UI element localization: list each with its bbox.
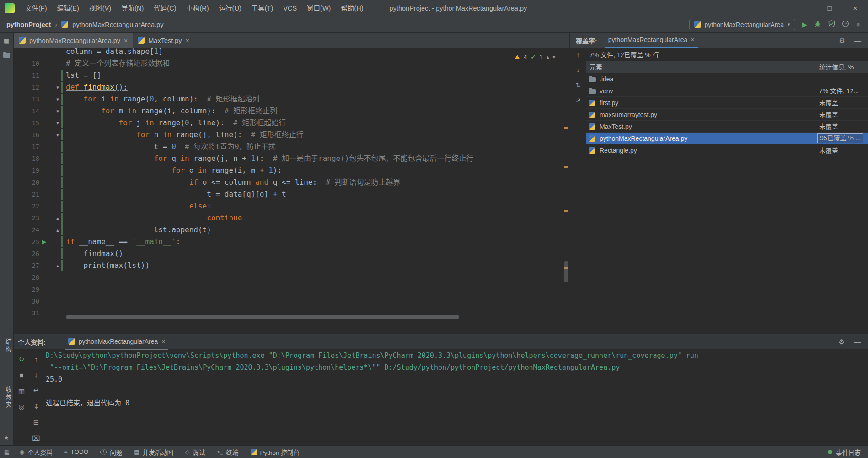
code-line[interactable]: column = data.shape[1] <box>14 48 562 58</box>
console-output[interactable]: D:\Study\python\pythonProject\venv\Scrip… <box>46 350 864 409</box>
scroll-to-end-icon[interactable]: ↧ <box>33 402 39 410</box>
status-bar-item[interactable]: ◉个人资料 <box>14 447 58 457</box>
code-line[interactable]: 29 <box>14 283 562 295</box>
maximize-window-icon[interactable]: □ <box>817 4 842 12</box>
code-line[interactable]: 30 <box>14 295 562 307</box>
next-problem-icon[interactable]: ▾ <box>552 54 555 60</box>
code-line[interactable]: 16▾ for n in range(j, line): # 矩形框终止行 <box>14 129 562 141</box>
rerun-icon[interactable]: ↻ <box>19 355 25 363</box>
code-line[interactable]: 22 else: <box>14 200 562 212</box>
fold-marker-icon[interactable]: ▾ <box>54 93 61 105</box>
code-editor[interactable]: column = data.shape[1]10# 定义一个列表存储矩形数据和1… <box>14 48 569 334</box>
tool-window-button[interactable]: 收藏夹 <box>3 386 12 409</box>
coverage-row[interactable]: venv7% 文件, 12... <box>586 85 868 97</box>
coverage-row[interactable]: Rectangle.py未覆盖 <box>586 144 868 156</box>
menu-item[interactable]: 重构(R) <box>181 0 214 16</box>
restore-layout-icon[interactable]: ▦ <box>18 387 25 395</box>
run-line-icon[interactable]: ▶ <box>42 236 46 248</box>
code-line[interactable]: 17 t = 0 # 每次将t置为0，防止干扰 <box>14 141 562 153</box>
up-stack-trace-icon[interactable]: ↑ <box>34 355 38 363</box>
gear-icon[interactable]: ⚙ <box>839 37 845 45</box>
run-with-coverage-button[interactable] <box>828 20 835 29</box>
close-window-icon[interactable]: × <box>842 4 868 12</box>
warning-mark[interactable] <box>564 127 568 129</box>
console-tab[interactable]: pythonMaxRectangularArea × <box>65 334 169 350</box>
breadcrumb-file[interactable]: pythonMaxRectangularArea.py <box>72 21 163 28</box>
code-line[interactable]: 10# 定义一个列表存储矩形数据和 <box>14 58 562 69</box>
tool-window-switcher-icon[interactable]: ▦ <box>0 448 14 455</box>
close-icon[interactable]: × <box>161 338 165 345</box>
fold-marker-icon[interactable]: ▾ <box>54 129 61 141</box>
close-icon[interactable]: × <box>124 37 128 44</box>
column-statistics[interactable]: 统计信息, % <box>819 61 854 73</box>
close-icon[interactable]: × <box>186 37 189 44</box>
menu-item[interactable]: 帮助(H) <box>336 0 368 16</box>
editor-tab[interactable]: MaxTest.py× <box>133 33 194 48</box>
menu-item[interactable]: 编辑(E) <box>52 0 84 16</box>
menu-item[interactable]: 工具(T) <box>246 0 279 16</box>
inspections-widget[interactable]: 4 ✔ 1 ▴ ▾ <box>511 52 558 62</box>
warning-mark[interactable] <box>564 210 568 212</box>
code-line[interactable]: 28 <box>14 272 562 283</box>
code-line[interactable]: 26 findmax() <box>14 248 562 260</box>
fold-marker-icon[interactable]: ▾ <box>54 81 61 93</box>
menu-item[interactable]: 导航(N) <box>116 0 149 16</box>
status-bar-item[interactable]: >_终端 <box>211 447 244 457</box>
code-line[interactable]: 25▶if __name__ == '__main__': <box>14 236 562 248</box>
windows-tool-icon[interactable]: ▦ <box>3 37 9 45</box>
status-bar-item[interactable]: !问题 <box>94 447 128 457</box>
coverage-row[interactable]: first.py未覆盖 <box>586 97 868 109</box>
favorites-star-icon[interactable]: ★ <box>4 434 9 441</box>
fold-marker-icon[interactable]: ▴ <box>54 260 61 272</box>
status-bar-item[interactable]: ≡TODO <box>58 447 94 457</box>
clear-all-icon[interactable]: ⌧ <box>32 434 40 442</box>
horizontal-scrollbar[interactable] <box>66 315 459 319</box>
run-button[interactable]: ▶ <box>802 21 808 29</box>
error-stripe[interactable] <box>563 48 569 334</box>
menu-item[interactable]: 视图(V) <box>84 0 116 16</box>
code-line[interactable]: 19 for o in range(i, m + 1): <box>14 165 562 176</box>
fold-marker-icon[interactable]: ▴ <box>54 224 61 236</box>
fold-marker-icon[interactable]: ▴ <box>54 212 61 224</box>
code-line[interactable]: 18 for q in range(j, n + 1): # 加一是由于rang… <box>14 153 562 165</box>
fold-marker-icon[interactable]: ▾ <box>54 105 61 117</box>
breadcrumb-project[interactable]: pythonProject <box>6 21 51 28</box>
profiler-button[interactable] <box>842 20 849 29</box>
event-log-button[interactable]: 事件日志 <box>828 447 868 457</box>
code-line[interactable]: 23▴ continue <box>14 212 562 224</box>
prev-problem-icon[interactable]: ▴ <box>547 54 549 60</box>
soft-wrap-icon[interactable]: ↵ <box>33 386 39 394</box>
menu-item[interactable]: 代码(C) <box>149 0 181 16</box>
prev-coverage-icon[interactable]: ↑ <box>577 51 580 59</box>
code-line[interactable]: 27▴ print(max(lst)) <box>14 260 562 272</box>
fold-marker-icon[interactable]: ▾ <box>54 117 61 129</box>
debug-button[interactable] <box>814 20 821 29</box>
coverage-row[interactable]: maxsumarraytest.py未覆盖 <box>586 109 868 121</box>
hide-panel-icon[interactable]: — <box>854 338 861 346</box>
project-tool-icon[interactable] <box>3 53 10 58</box>
code-line[interactable]: 11lst = [] <box>14 69 562 81</box>
stop-icon[interactable]: ■ <box>19 371 23 379</box>
code-line[interactable]: 13▾ for i in range(0, column): # 矩形框起始列 <box>14 93 562 105</box>
tool-window-button[interactable]: 结构 <box>3 338 12 353</box>
down-stack-trace-icon[interactable]: ↓ <box>34 371 38 378</box>
minimize-window-icon[interactable]: — <box>791 4 817 12</box>
code-line[interactable]: 21 t = data[q][o] + t <box>14 188 562 200</box>
coverage-row[interactable]: pythonMaxRectangularArea.py95已覆盖 % ... <box>586 133 868 144</box>
code-line[interactable]: 15▾ for j in range(0, line): # 矩形框起始行 <box>14 117 562 129</box>
menu-item[interactable]: 运行(U) <box>214 0 246 16</box>
status-bar-item[interactable]: ◇调试 <box>179 447 211 457</box>
pin-icon[interactable]: ◎ <box>18 403 24 411</box>
vertical-scrollbar[interactable] <box>564 261 568 282</box>
status-bar-item[interactable]: Python 控制台 <box>245 447 305 457</box>
editor-tab[interactable]: pythonMaxRectangularArea.py× <box>14 33 133 48</box>
export-report-icon[interactable]: ↗ <box>575 96 581 104</box>
column-element[interactable]: 元素 <box>589 61 602 73</box>
code-line[interactable]: 12▾def findmax(): <box>14 81 562 93</box>
menu-item[interactable]: 文件(F) <box>20 0 52 16</box>
hide-panel-icon[interactable]: — <box>854 37 861 45</box>
close-icon[interactable]: × <box>691 36 694 43</box>
menu-item[interactable]: 窗口(W) <box>302 0 336 16</box>
menu-item[interactable]: VCS <box>278 0 302 16</box>
run-configuration-select[interactable]: pythonMaxRectangularArea ▾ <box>689 19 795 30</box>
